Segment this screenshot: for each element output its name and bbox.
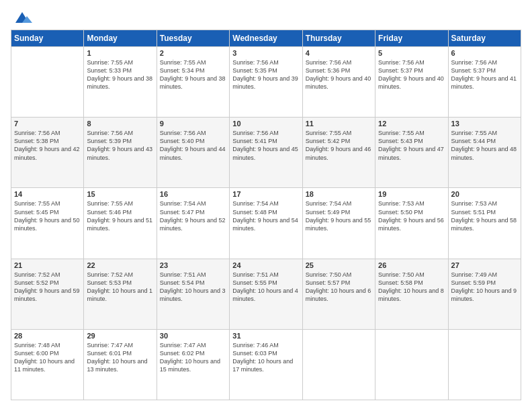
day-info: Sunrise: 7:47 AMSunset: 6:01 PMDaylight:… <box>87 342 147 373</box>
day-info: Sunrise: 7:50 AMSunset: 5:57 PMDaylight:… <box>306 271 371 302</box>
day-cell-3-4: 25 Sunrise: 7:50 AMSunset: 5:57 PMDaylig… <box>302 259 375 329</box>
day-number: 9 <box>160 120 226 128</box>
day-info: Sunrise: 7:55 AMSunset: 5:42 PMDaylight:… <box>306 130 371 161</box>
day-info: Sunrise: 7:53 AMSunset: 5:51 PMDaylight:… <box>451 200 517 231</box>
day-cell-2-2: 16 Sunrise: 7:54 AMSunset: 5:47 PMDaylig… <box>157 188 229 259</box>
day-number: 28 <box>14 332 81 340</box>
day-cell-3-3: 24 Sunrise: 7:51 AMSunset: 5:55 PMDaylig… <box>230 259 302 329</box>
day-cell-4-2: 30 Sunrise: 7:47 AMSunset: 6:02 PMDaylig… <box>157 329 229 400</box>
day-cell-0-4: 4 Sunrise: 7:56 AMSunset: 5:36 PMDayligh… <box>302 47 375 118</box>
day-info: Sunrise: 7:55 AMSunset: 5:46 PMDaylight:… <box>87 200 152 231</box>
day-number: 29 <box>87 332 153 340</box>
day-number: 7 <box>14 120 81 128</box>
day-cell-4-5 <box>375 329 448 400</box>
day-info: Sunrise: 7:55 AMSunset: 5:43 PMDaylight:… <box>378 130 444 161</box>
day-number: 23 <box>160 261 226 269</box>
day-cell-1-2: 9 Sunrise: 7:56 AMSunset: 5:40 PMDayligh… <box>157 118 229 188</box>
day-info: Sunrise: 7:47 AMSunset: 6:02 PMDaylight:… <box>160 342 220 373</box>
day-number: 1 <box>87 49 153 57</box>
day-info: Sunrise: 7:56 AMSunset: 5:38 PMDaylight:… <box>14 130 80 161</box>
day-info: Sunrise: 7:48 AMSunset: 6:00 PMDaylight:… <box>14 342 75 373</box>
day-info: Sunrise: 7:56 AMSunset: 5:39 PMDaylight:… <box>87 130 152 161</box>
day-cell-0-0 <box>11 47 84 118</box>
day-info: Sunrise: 7:56 AMSunset: 5:36 PMDaylight:… <box>306 59 371 90</box>
header-friday: Friday <box>375 30 448 47</box>
day-number: 21 <box>14 261 81 269</box>
day-number: 18 <box>306 190 372 198</box>
day-cell-3-5: 26 Sunrise: 7:50 AMSunset: 5:58 PMDaylig… <box>375 259 448 329</box>
day-info: Sunrise: 7:55 AMSunset: 5:45 PMDaylight:… <box>14 200 80 231</box>
day-number: 31 <box>232 332 299 340</box>
day-info: Sunrise: 7:54 AMSunset: 5:48 PMDaylight:… <box>232 200 298 231</box>
day-number: 15 <box>87 190 153 198</box>
day-number: 17 <box>232 190 299 198</box>
day-number: 8 <box>87 120 153 128</box>
day-number: 30 <box>160 332 226 340</box>
day-cell-2-3: 17 Sunrise: 7:54 AMSunset: 5:48 PMDaylig… <box>230 188 302 259</box>
day-cell-1-6: 13 Sunrise: 7:55 AMSunset: 5:44 PMDaylig… <box>448 118 521 188</box>
day-number: 25 <box>306 261 372 269</box>
day-cell-2-0: 14 Sunrise: 7:55 AMSunset: 5:45 PMDaylig… <box>11 188 84 259</box>
day-info: Sunrise: 7:46 AMSunset: 6:03 PMDaylight:… <box>232 342 293 373</box>
day-cell-1-4: 11 Sunrise: 7:55 AMSunset: 5:42 PMDaylig… <box>302 118 375 188</box>
day-info: Sunrise: 7:52 AMSunset: 5:53 PMDaylight:… <box>87 271 152 302</box>
day-cell-4-1: 29 Sunrise: 7:47 AMSunset: 6:01 PMDaylig… <box>84 329 157 400</box>
day-info: Sunrise: 7:56 AMSunset: 5:37 PMDaylight:… <box>378 59 444 90</box>
day-number: 22 <box>87 261 153 269</box>
day-info: Sunrise: 7:51 AMSunset: 5:54 PMDaylight:… <box>160 271 226 302</box>
day-cell-0-2: 2 Sunrise: 7:55 AMSunset: 5:34 PMDayligh… <box>157 47 229 118</box>
day-number: 14 <box>14 190 81 198</box>
day-number: 11 <box>306 120 372 128</box>
day-number: 12 <box>378 120 445 128</box>
day-cell-1-1: 8 Sunrise: 7:56 AMSunset: 5:39 PMDayligh… <box>84 118 157 188</box>
header <box>11 11 521 23</box>
day-cell-2-6: 20 Sunrise: 7:53 AMSunset: 5:51 PMDaylig… <box>448 188 521 259</box>
week-row-4: 21 Sunrise: 7:52 AMSunset: 5:52 PMDaylig… <box>11 259 521 329</box>
day-info: Sunrise: 7:55 AMSunset: 5:34 PMDaylight:… <box>160 59 226 90</box>
calendar-header-row: SundayMondayTuesdayWednesdayThursdayFrid… <box>11 30 521 47</box>
day-number: 24 <box>232 261 299 269</box>
day-info: Sunrise: 7:56 AMSunset: 5:37 PMDaylight:… <box>451 59 517 90</box>
day-info: Sunrise: 7:54 AMSunset: 5:49 PMDaylight:… <box>306 200 371 231</box>
week-row-5: 28 Sunrise: 7:48 AMSunset: 6:00 PMDaylig… <box>11 329 521 400</box>
day-cell-4-6 <box>448 329 521 400</box>
day-cell-3-0: 21 Sunrise: 7:52 AMSunset: 5:52 PMDaylig… <box>11 259 84 329</box>
day-info: Sunrise: 7:50 AMSunset: 5:58 PMDaylight:… <box>378 271 444 302</box>
day-cell-4-0: 28 Sunrise: 7:48 AMSunset: 6:00 PMDaylig… <box>11 329 84 400</box>
day-info: Sunrise: 7:56 AMSunset: 5:35 PMDaylight:… <box>232 59 298 90</box>
day-info: Sunrise: 7:49 AMSunset: 5:59 PMDaylight:… <box>451 271 517 302</box>
calendar-table: SundayMondayTuesdayWednesdayThursdayFrid… <box>11 30 521 400</box>
day-info: Sunrise: 7:52 AMSunset: 5:52 PMDaylight:… <box>14 271 80 302</box>
header-saturday: Saturday <box>448 30 521 47</box>
day-number: 16 <box>160 190 226 198</box>
day-info: Sunrise: 7:54 AMSunset: 5:47 PMDaylight:… <box>160 200 226 231</box>
day-number: 4 <box>306 49 372 57</box>
day-number: 5 <box>378 49 445 57</box>
logo <box>11 11 32 23</box>
day-cell-1-0: 7 Sunrise: 7:56 AMSunset: 5:38 PMDayligh… <box>11 118 84 188</box>
day-info: Sunrise: 7:55 AMSunset: 5:44 PMDaylight:… <box>451 130 517 161</box>
day-cell-4-3: 31 Sunrise: 7:46 AMSunset: 6:03 PMDaylig… <box>230 329 302 400</box>
day-cell-3-6: 27 Sunrise: 7:49 AMSunset: 5:59 PMDaylig… <box>448 259 521 329</box>
day-cell-3-2: 23 Sunrise: 7:51 AMSunset: 5:54 PMDaylig… <box>157 259 229 329</box>
day-number: 13 <box>451 120 518 128</box>
day-number: 20 <box>451 190 518 198</box>
day-cell-0-3: 3 Sunrise: 7:56 AMSunset: 5:35 PMDayligh… <box>230 47 302 118</box>
day-cell-3-1: 22 Sunrise: 7:52 AMSunset: 5:53 PMDaylig… <box>84 259 157 329</box>
day-number: 3 <box>232 49 299 57</box>
day-number: 19 <box>378 190 445 198</box>
day-info: Sunrise: 7:56 AMSunset: 5:40 PMDaylight:… <box>160 130 226 161</box>
day-info: Sunrise: 7:56 AMSunset: 5:41 PMDaylight:… <box>232 130 298 161</box>
day-cell-0-5: 5 Sunrise: 7:56 AMSunset: 5:37 PMDayligh… <box>375 47 448 118</box>
day-cell-4-4 <box>302 329 375 400</box>
logo-icon <box>12 11 32 26</box>
day-cell-1-5: 12 Sunrise: 7:55 AMSunset: 5:43 PMDaylig… <box>375 118 448 188</box>
day-number: 10 <box>232 120 299 128</box>
day-info: Sunrise: 7:53 AMSunset: 5:50 PMDaylight:… <box>378 200 444 231</box>
header-tuesday: Tuesday <box>157 30 229 47</box>
day-cell-2-1: 15 Sunrise: 7:55 AMSunset: 5:46 PMDaylig… <box>84 188 157 259</box>
day-number: 6 <box>451 49 518 57</box>
day-cell-2-4: 18 Sunrise: 7:54 AMSunset: 5:49 PMDaylig… <box>302 188 375 259</box>
header-wednesday: Wednesday <box>230 30 302 47</box>
day-number: 26 <box>378 261 445 269</box>
